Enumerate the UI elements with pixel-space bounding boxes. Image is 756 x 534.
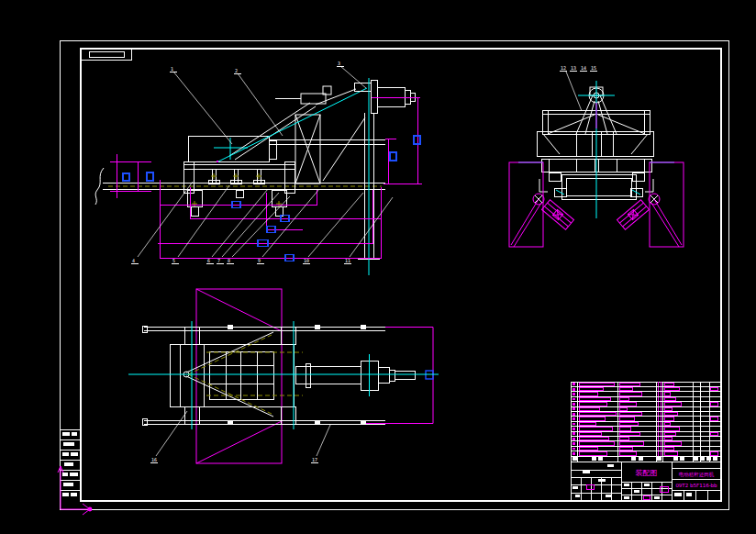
blade-pack-left [541,200,573,230]
callout-label: 14 [581,65,586,71]
callout-label: 15 [591,65,596,71]
callout-label: 9 [258,258,261,263]
callout-label: 13 [571,65,576,71]
product-name-text: 电动秸秆还田机 [679,472,715,478]
callout-label: 12 [561,65,566,71]
callout-label: 10 [304,258,309,263]
drawing-number-text: 09T2 b5F116-bb [675,483,717,488]
callout-label: 11 [345,258,350,263]
callout-label: 16 [151,457,157,462]
callout-label: 8 [228,258,230,263]
title-block: 装配图 电动秸秆还田机 09T2 b5F116-bb [571,462,722,502]
callout-label: 5 [172,258,175,263]
app-window: 装配图 电动秸秆还田机 09T2 b5F116-bb 1234567891011… [0,0,756,534]
callout-label: 6 [207,258,210,263]
callout-label: 4 [132,258,135,263]
blade-pack-right [617,200,649,230]
callout-label: 1 [171,66,173,72]
plan-view [128,289,439,463]
callout-label: 2 [235,68,238,73]
callout-label: 3 [338,61,340,66]
side-view [509,72,684,247]
drawing-canvas[interactable]: 装配图 电动秸秆还田机 09T2 b5F116-bb 1234567891011… [0,0,756,534]
bom-table [571,382,722,462]
callout-label: 17 [312,457,317,462]
title-block-title: 装配图 [636,469,658,477]
front-view [95,66,422,275]
callout-label: 7 [217,258,220,263]
left-margin-strip [60,429,81,496]
